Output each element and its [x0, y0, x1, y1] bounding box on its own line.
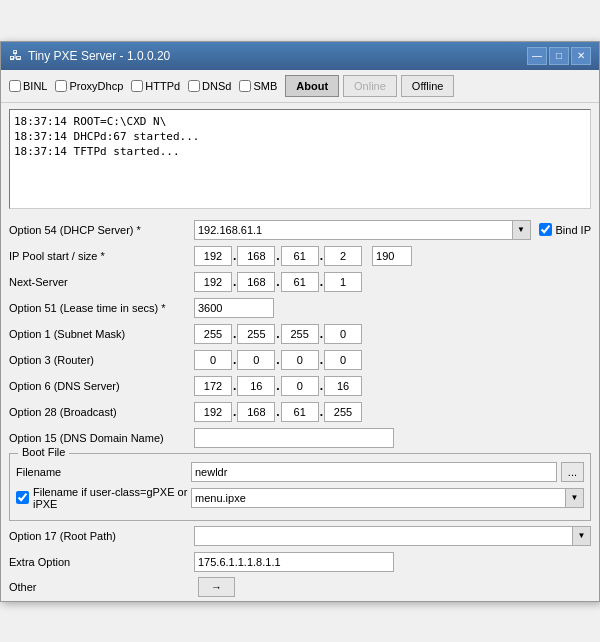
dnsd-checkbox-item: DNSd [188, 80, 231, 92]
option6-o2[interactable] [237, 376, 275, 396]
httpd-checkbox[interactable] [131, 80, 143, 92]
option1-o3[interactable] [281, 324, 319, 344]
binl-checkbox-item: BINL [9, 80, 47, 92]
maximize-button[interactable]: □ [549, 47, 569, 65]
extra-option-input[interactable] [194, 552, 394, 572]
titlebar-icon: 🖧 [9, 48, 22, 63]
next-server-group: . . . [194, 272, 362, 292]
dnsd-label: DNSd [202, 80, 231, 92]
filename-row: Filename ... [16, 462, 584, 482]
option54-arrow[interactable]: ▼ [512, 221, 530, 239]
ip-pool-o3[interactable] [281, 246, 319, 266]
option15-row: Option 15 (DNS Domain Name) [9, 427, 591, 449]
next-server-o4[interactable] [324, 272, 362, 292]
option17-dropdown[interactable]: ▼ [194, 526, 591, 546]
option15-control [194, 428, 591, 448]
log-line-1: 18:37:14 ROOT=C:\CXD N\ [14, 114, 586, 129]
option1-o1[interactable] [194, 324, 232, 344]
option51-row: Option 51 (Lease time in secs) * [9, 297, 591, 319]
option54-control: 192.168.61.1 ▼ Bind IP [194, 220, 591, 240]
next-server-o1[interactable] [194, 272, 232, 292]
binl-checkbox[interactable] [9, 80, 21, 92]
option1-control: . . . [194, 324, 591, 344]
option28-o3[interactable] [281, 402, 319, 422]
filename-if-arrow[interactable]: ▼ [565, 489, 583, 507]
minimize-button[interactable]: — [527, 47, 547, 65]
option3-o2[interactable] [237, 350, 275, 370]
option1-label: Option 1 (Subnet Mask) [9, 328, 194, 340]
proxydhcp-label: ProxyDhcp [69, 80, 123, 92]
filename-if-value: menu.ipxe [192, 492, 565, 504]
next-server-row: Next-Server . . . [9, 271, 591, 293]
log-line-2: 18:37:14 DHCPd:67 started... [14, 129, 586, 144]
ip-pool-o4[interactable] [324, 246, 362, 266]
about-button[interactable]: About [285, 75, 339, 97]
option28-o1[interactable] [194, 402, 232, 422]
ip-pool-o1[interactable] [194, 246, 232, 266]
option17-row: Option 17 (Root Path) ▼ [9, 525, 591, 547]
option6-label: Option 6 (DNS Server) [9, 380, 194, 392]
smb-checkbox[interactable] [239, 80, 251, 92]
filename-if-row: Filename if user-class=gPXE or iPXE menu… [16, 486, 584, 510]
option6-o4[interactable] [324, 376, 362, 396]
ip-pool-o2[interactable] [237, 246, 275, 266]
offline-button[interactable]: Offline [401, 75, 455, 97]
httpd-checkbox-item: HTTPd [131, 80, 180, 92]
option54-value: 192.168.61.1 [195, 224, 512, 236]
other-button[interactable]: → [198, 577, 235, 597]
option15-label: Option 15 (DNS Domain Name) [9, 432, 194, 444]
bind-ip-checkbox[interactable] [539, 223, 552, 236]
smb-label: SMB [253, 80, 277, 92]
option1-o4[interactable] [324, 324, 362, 344]
filename-if-checkbox-row: Filename if user-class=gPXE or iPXE [16, 486, 191, 510]
option3-o1[interactable] [194, 350, 232, 370]
option3-o3[interactable] [281, 350, 319, 370]
option6-o1[interactable] [194, 376, 232, 396]
online-button[interactable]: Online [343, 75, 397, 97]
option28-control: . . . [194, 402, 591, 422]
option3-group: . . . [194, 350, 362, 370]
filename-if-checkbox[interactable] [16, 491, 29, 504]
ip-pool-size[interactable] [372, 246, 412, 266]
next-server-label: Next-Server [9, 276, 194, 288]
filename-if-label: Filename if user-class=gPXE or iPXE [33, 486, 191, 510]
next-server-o2[interactable] [237, 272, 275, 292]
browse-button[interactable]: ... [561, 462, 584, 482]
httpd-label: HTTPd [145, 80, 180, 92]
bind-ip-label: Bind IP [556, 224, 591, 236]
bind-ip-row: Bind IP [539, 223, 591, 236]
toolbar: BINL ProxyDhcp HTTPd DNSd SMB About Onli… [1, 70, 599, 103]
option17-arrow[interactable]: ▼ [572, 527, 590, 545]
filename-label: Filename [16, 466, 191, 478]
titlebar-title: Tiny PXE Server - 1.0.0.20 [28, 49, 170, 63]
option3-control: . . . [194, 350, 591, 370]
option28-o4[interactable] [324, 402, 362, 422]
extra-option-control [194, 552, 591, 572]
titlebar: 🖧 Tiny PXE Server - 1.0.0.20 — □ ✕ [1, 42, 599, 70]
binl-label: BINL [23, 80, 47, 92]
option54-dropdown[interactable]: 192.168.61.1 ▼ [194, 220, 531, 240]
close-button[interactable]: ✕ [571, 47, 591, 65]
filename-input[interactable] [191, 462, 557, 482]
option6-o3[interactable] [281, 376, 319, 396]
bootfile-group-title: Boot File [18, 446, 69, 458]
filename-if-dropdown[interactable]: menu.ipxe ▼ [191, 488, 584, 508]
next-server-o3[interactable] [281, 272, 319, 292]
option1-o2[interactable] [237, 324, 275, 344]
titlebar-controls: — □ ✕ [527, 47, 591, 65]
log-area[interactable]: 18:37:14 ROOT=C:\CXD N\ 18:37:14 DHCPd:6… [9, 109, 591, 209]
option54-row: Option 54 (DHCP Server) * 192.168.61.1 ▼… [9, 219, 591, 241]
option6-control: . . . [194, 376, 591, 396]
option3-row: Option 3 (Router) . . . [9, 349, 591, 371]
option28-o2[interactable] [237, 402, 275, 422]
proxydhcp-checkbox[interactable] [55, 80, 67, 92]
dnsd-checkbox[interactable] [188, 80, 200, 92]
option51-input[interactable] [194, 298, 274, 318]
ip-pool-group: . . . [194, 246, 362, 266]
option15-input[interactable] [194, 428, 394, 448]
ip-pool-control: . . . [194, 246, 591, 266]
option28-group: . . . [194, 402, 362, 422]
option6-row: Option 6 (DNS Server) . . . [9, 375, 591, 397]
option3-o4[interactable] [324, 350, 362, 370]
extra-option-label: Extra Option [9, 556, 194, 568]
